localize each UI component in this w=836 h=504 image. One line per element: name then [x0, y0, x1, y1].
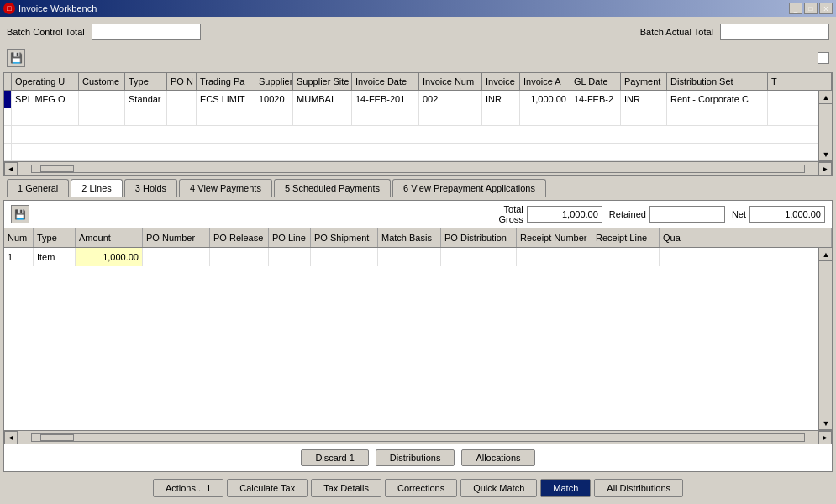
- calculate-tax-button[interactable]: Calculate Tax: [227, 479, 308, 497]
- lines-cell-amount: 1,000.00: [76, 248, 143, 266]
- cell-t: [768, 91, 818, 108]
- lines-vscroll-up[interactable]: ▲: [819, 248, 832, 261]
- upper-hscroll-left[interactable]: ◄: [4, 162, 18, 176]
- cell-gl-date: 14-FEB-2: [570, 91, 621, 108]
- upper-vscroll-up[interactable]: ▲: [819, 91, 833, 104]
- total-label: Total: [504, 204, 523, 214]
- title-bar: □ Invoice Workbench _ □ X: [0, 0, 836, 17]
- lines-col-receipt-number: Receipt Number: [517, 228, 592, 247]
- lines-hscroll-thumb[interactable]: [40, 434, 74, 441]
- list-item[interactable]: [4, 266, 818, 285]
- tab-lines[interactable]: 2 Lines: [71, 179, 122, 197]
- lines-cell-match-basis: [378, 248, 441, 266]
- batch-actual-input[interactable]: [720, 24, 829, 40]
- list-item[interactable]: [4, 285, 818, 303]
- tab-view-payments[interactable]: 4 View Payments: [179, 179, 272, 197]
- tab-holds[interactable]: 3 Holds: [124, 179, 177, 197]
- lines-hscroll-track[interactable]: [31, 433, 805, 442]
- title-bar-controls[interactable]: _ □ X: [789, 3, 833, 14]
- col-po-num: PO N: [167, 73, 197, 90]
- distributions-button[interactable]: Distributions: [376, 449, 455, 466]
- net-input[interactable]: [749, 206, 825, 223]
- lines-vscroll-track[interactable]: [819, 261, 832, 417]
- cell-trading-partner: ECS LIMIT: [197, 91, 255, 108]
- batch-control-input[interactable]: [92, 24, 201, 40]
- main-window: Batch Control Total Batch Actual Total 💾…: [0, 17, 836, 504]
- totals-net-group: Net: [732, 206, 825, 223]
- toolbar-checkbox[interactable]: [818, 52, 829, 64]
- totals-retained-group: Retained: [609, 206, 725, 223]
- tabs-container: 1 General 2 Lines 3 Holds 4 View Payment…: [3, 179, 833, 197]
- upper-hscroll-track[interactable]: [31, 165, 805, 173]
- upper-grid: Operating U Custome Type PO N Trading Pa…: [3, 72, 833, 176]
- lines-col-amount: Amount: [76, 228, 143, 247]
- cell-invoice-date: 14-FEB-201: [352, 91, 419, 108]
- upper-hscroll-right[interactable]: ►: [818, 162, 832, 176]
- list-item[interactable]: 1 Item 1,000.00: [4, 248, 818, 266]
- match-button[interactable]: Match: [540, 479, 591, 497]
- tab-scheduled-payments[interactable]: 5 Scheduled Payments: [274, 179, 391, 197]
- save-icon[interactable]: 💾: [7, 49, 25, 67]
- discard-button[interactable]: Discard 1: [301, 449, 368, 466]
- upper-data-rows: SPL MFG O Standar ECS LIMIT 10020 MUMBAI…: [4, 91, 818, 161]
- allocations-button[interactable]: Allocations: [461, 449, 534, 466]
- lines-cell-receipt-number: [517, 248, 592, 266]
- col-invoice-date: Invoice Date: [352, 73, 419, 90]
- lines-col-num: Num: [4, 228, 34, 247]
- cell-supplier: 10020: [255, 91, 293, 108]
- totals-row: 💾 Total Gross Retained Net: [4, 201, 832, 228]
- lines-hscroll-right[interactable]: ►: [818, 431, 832, 444]
- all-distributions-button[interactable]: All Distributions: [594, 479, 683, 497]
- cell-type: Standar: [125, 91, 167, 108]
- table-row[interactable]: SPL MFG O Standar ECS LIMIT 10020 MUMBAI…: [4, 91, 818, 108]
- cell-invoice-num: 002: [419, 91, 482, 108]
- totals-gross-group: Total Gross: [498, 204, 602, 224]
- close-button[interactable]: X: [819, 3, 833, 14]
- list-item[interactable]: [4, 340, 818, 359]
- lines-vscroll[interactable]: ▲ ▼: [818, 248, 832, 430]
- maximize-button[interactable]: □: [804, 3, 818, 14]
- lines-col-match-basis: Match Basis: [378, 228, 441, 247]
- row-marker: [4, 108, 12, 125]
- list-item[interactable]: [4, 303, 818, 322]
- list-item[interactable]: [4, 322, 818, 340]
- upper-vscroll-down[interactable]: ▼: [819, 148, 833, 161]
- table-row[interactable]: [4, 144, 818, 161]
- upper-hscroll[interactable]: ◄ ►: [4, 161, 832, 175]
- col-type: Type: [125, 73, 167, 90]
- lines-col-po-line: PO Line: [269, 228, 311, 247]
- gross-label: Gross: [498, 214, 523, 224]
- upper-vscroll[interactable]: ▲ ▼: [818, 91, 832, 161]
- lower-section: 💾 Total Gross Retained Net Num: [3, 200, 833, 472]
- tab-general[interactable]: 1 General: [7, 179, 69, 197]
- lines-hscroll-left[interactable]: ◄: [4, 431, 18, 444]
- lines-grid-body: 1 Item 1,000.00: [4, 248, 832, 430]
- cell-invoice: INR: [482, 91, 520, 108]
- upper-vscroll-track[interactable]: [819, 104, 832, 148]
- lines-cell-num: 1: [4, 248, 34, 266]
- retained-input[interactable]: [649, 206, 725, 223]
- lines-vscroll-down[interactable]: ▼: [819, 417, 832, 430]
- cell-customer: [79, 91, 125, 108]
- tax-details-button[interactable]: Tax Details: [311, 479, 381, 497]
- actions-button[interactable]: Actions... 1: [153, 479, 223, 497]
- lines-col-type: Type: [34, 228, 76, 247]
- upper-hscroll-thumb[interactable]: [40, 165, 74, 172]
- minimize-button[interactable]: _: [789, 3, 802, 14]
- col-t: T: [768, 73, 832, 90]
- col-operating-unit: Operating U: [12, 73, 79, 90]
- lines-hscroll[interactable]: ◄ ►: [4, 430, 832, 444]
- tab-view-prepayment[interactable]: 6 View Prepayment Applications: [392, 179, 546, 197]
- col-gl-date: GL Date: [570, 73, 621, 90]
- lines-grid: Num Type Amount PO Number PO Release PO …: [4, 228, 832, 444]
- table-row[interactable]: [4, 108, 818, 126]
- col-invoice: Invoice: [482, 73, 520, 90]
- table-row[interactable]: [4, 126, 818, 144]
- col-payment: Payment: [621, 73, 667, 90]
- bottom-buttons: Actions... 1 Calculate Tax Tax Details C…: [3, 475, 833, 501]
- lines-cell-po-release: [210, 248, 269, 266]
- lines-toolbar-btn[interactable]: 💾: [11, 205, 29, 223]
- quick-match-button[interactable]: Quick Match: [460, 479, 537, 497]
- corrections-button[interactable]: Corrections: [385, 479, 457, 497]
- gross-input[interactable]: [527, 206, 602, 223]
